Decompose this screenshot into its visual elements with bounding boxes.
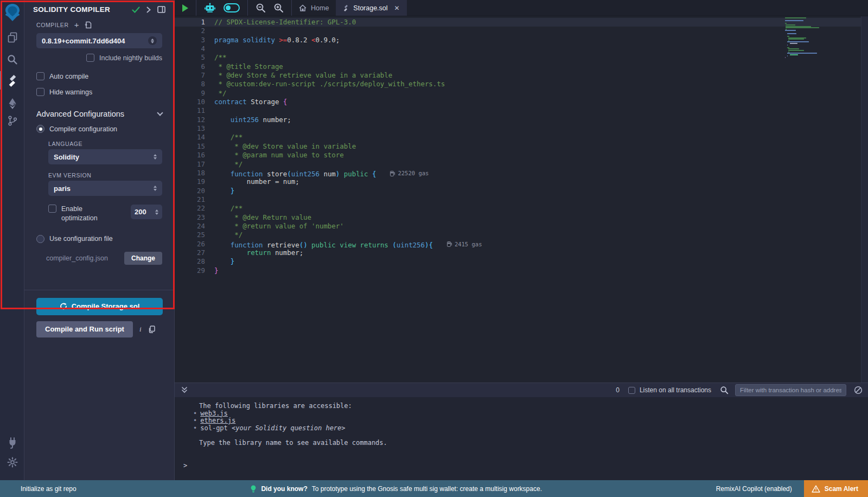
code-line[interactable]: 20 } bbox=[175, 187, 868, 195]
file-explorer-icon[interactable] bbox=[0, 31, 24, 43]
code-line[interactable]: 1// SPDX-License-Identifier: GPL-3.0 bbox=[175, 18, 868, 27]
gas-estimate-badge[interactable]: 2415 gas bbox=[447, 240, 482, 248]
code-text bbox=[205, 195, 214, 204]
code-line[interactable]: 11 bbox=[175, 106, 868, 115]
code-text: number = num; bbox=[205, 177, 299, 186]
library-link[interactable]: ethers.js bbox=[200, 417, 235, 424]
auto-compile-checkbox-row[interactable]: Auto compile bbox=[24, 66, 174, 84]
code-line[interactable]: 6 * @title Storage bbox=[175, 62, 868, 71]
deploy-run-icon[interactable] bbox=[0, 98, 24, 110]
line-number: 15 bbox=[175, 142, 205, 151]
close-tab-icon[interactable]: ✕ bbox=[394, 4, 400, 12]
scam-alert-button[interactable]: Scam Alert bbox=[804, 480, 868, 497]
select-stepper-icon bbox=[154, 186, 157, 191]
code-line[interactable]: 8 * @custom:dev-run-script ./scripts/dep… bbox=[175, 80, 868, 88]
ai-copilot-robot-icon[interactable] bbox=[204, 3, 216, 14]
enable-optimization-checkbox[interactable] bbox=[48, 205, 56, 213]
compile-and-run-button[interactable]: Compile and Run script bbox=[36, 321, 133, 337]
editor-scrollbar[interactable] bbox=[861, 16, 868, 383]
zoom-out-icon[interactable] bbox=[256, 3, 266, 13]
code-line[interactable]: 4 bbox=[175, 44, 868, 53]
code-line[interactable]: 26 function retrieve() public view retur… bbox=[175, 240, 868, 248]
copilot-status[interactable]: RemixAI Copilot (enabled) bbox=[716, 485, 792, 493]
run-script-play-icon[interactable] bbox=[182, 4, 188, 12]
tip-text: To prototype using the Gnosis safe multi… bbox=[312, 485, 542, 493]
code-editor[interactable]: 1// SPDX-License-Identifier: GPL-3.023pr… bbox=[175, 16, 868, 383]
code-line[interactable]: 27 return number; bbox=[175, 248, 868, 257]
code-line[interactable]: 22 /** bbox=[175, 204, 868, 213]
use-configuration-file-radio-row[interactable]: Use configuration file bbox=[24, 223, 174, 246]
code-line[interactable]: 24 * @return value of 'number' bbox=[175, 222, 868, 231]
enable-optimization-checkbox-row[interactable]: Enable optimization bbox=[48, 205, 131, 223]
evm-version-select[interactable]: paris bbox=[48, 181, 162, 196]
change-config-button[interactable]: Change bbox=[124, 252, 162, 265]
chevron-right-icon[interactable] bbox=[146, 7, 151, 13]
code-line[interactable]: 21 bbox=[175, 195, 868, 204]
code-line[interactable]: 16 * @param num value to store bbox=[175, 151, 868, 160]
code-line[interactable]: 25 */ bbox=[175, 231, 868, 239]
compile-button[interactable]: Compile Storage.sol bbox=[36, 298, 163, 315]
compiler-version-select[interactable]: 0.8.19+commit.7dd6d404 bbox=[36, 33, 162, 48]
editor-minimap[interactable] bbox=[785, 17, 826, 59]
open-file-icon[interactable] bbox=[84, 21, 92, 29]
git-init-status[interactable]: Initialize as git repo bbox=[0, 485, 76, 493]
compiler-configuration-radio-row[interactable]: Compiler configuration bbox=[24, 122, 174, 136]
status-bar-right: RemixAI Copilot (enabled) Scam Alert bbox=[716, 480, 868, 497]
pin-panel-icon[interactable] bbox=[157, 6, 165, 13]
language-select[interactable]: Solidity bbox=[48, 149, 162, 164]
code-line[interactable]: 9 */ bbox=[175, 89, 868, 98]
code-line[interactable]: 5/** bbox=[175, 53, 868, 62]
code-line[interactable]: 7 * @dev Store & retrieve value in a var… bbox=[175, 71, 868, 80]
auto-compile-checkbox[interactable] bbox=[36, 72, 44, 80]
zoom-in-icon[interactable] bbox=[273, 3, 284, 13]
listen-all-transactions-checkbox[interactable] bbox=[628, 387, 635, 394]
clear-console-icon[interactable] bbox=[854, 386, 863, 394]
terminal-search-icon[interactable] bbox=[720, 386, 729, 394]
add-compiler-icon[interactable]: + bbox=[74, 22, 79, 28]
code-line[interactable]: 3pragma solidity >=0.8.2 <0.9.0; bbox=[175, 36, 868, 44]
git-icon[interactable] bbox=[0, 115, 24, 126]
line-number: 18 bbox=[175, 169, 205, 177]
include-nightly-checkbox-row[interactable]: Include nightly builds bbox=[24, 48, 174, 66]
code-line[interactable]: 19 number = num; bbox=[175, 177, 868, 186]
code-line[interactable]: 28 } bbox=[175, 257, 868, 266]
compiler-configuration-radio[interactable] bbox=[36, 125, 44, 133]
transaction-filter-input[interactable] bbox=[735, 384, 846, 396]
code-line[interactable]: 29} bbox=[175, 266, 868, 275]
code-line[interactable]: 18 function store(uint256 num) public {2… bbox=[175, 169, 868, 177]
use-configuration-file-radio[interactable] bbox=[36, 235, 44, 243]
code-line[interactable]: 12 uint256 number; bbox=[175, 116, 868, 124]
terminal-output[interactable]: The following libraries are accessible:•… bbox=[175, 397, 868, 480]
code-line[interactable]: 17 */ bbox=[175, 160, 868, 169]
remix-logo[interactable] bbox=[0, 3, 24, 22]
solidity-compiler-icon[interactable] bbox=[0, 74, 24, 87]
include-nightly-checkbox[interactable] bbox=[86, 54, 94, 62]
code-line[interactable]: 14 /** bbox=[175, 133, 868, 142]
info-icon[interactable]: i bbox=[139, 325, 142, 334]
tab-home[interactable]: Home bbox=[292, 0, 336, 16]
code-text bbox=[205, 124, 214, 133]
copilot-toggle[interactable] bbox=[224, 3, 240, 12]
code-text: return number; bbox=[205, 248, 303, 257]
code-line[interactable]: 15 * @dev Store value in variable bbox=[175, 142, 868, 151]
library-link[interactable]: web3.js bbox=[200, 410, 228, 417]
listen-all-transactions-row[interactable]: Listen on all transactions bbox=[628, 386, 711, 394]
code-line[interactable]: 10contract Storage { bbox=[175, 98, 868, 106]
terminal-prompt[interactable]: > bbox=[183, 462, 868, 469]
copy-icon[interactable] bbox=[148, 326, 155, 333]
hide-warnings-checkbox[interactable] bbox=[36, 88, 44, 96]
terminal-collapse-icon[interactable] bbox=[175, 386, 194, 394]
gas-estimate-badge[interactable]: 22520 gas bbox=[390, 169, 429, 177]
line-number: 24 bbox=[175, 222, 205, 231]
code-line[interactable]: 23 * @dev Return value bbox=[175, 213, 868, 222]
plugin-manager-icon[interactable] bbox=[0, 437, 24, 449]
code-line[interactable]: 13 bbox=[175, 124, 868, 133]
advanced-configurations-toggle[interactable]: Advanced Configurations bbox=[24, 100, 174, 122]
optimization-runs-input[interactable]: 200 bbox=[131, 205, 162, 219]
tab-storage-sol[interactable]: Storage.sol ✕ bbox=[336, 0, 406, 16]
hide-warnings-checkbox-row[interactable]: Hide warnings bbox=[24, 84, 174, 100]
compile-success-check-icon bbox=[132, 7, 140, 13]
settings-gear-icon[interactable] bbox=[0, 457, 24, 468]
search-icon[interactable] bbox=[0, 54, 24, 65]
code-line[interactable]: 2 bbox=[175, 27, 868, 35]
